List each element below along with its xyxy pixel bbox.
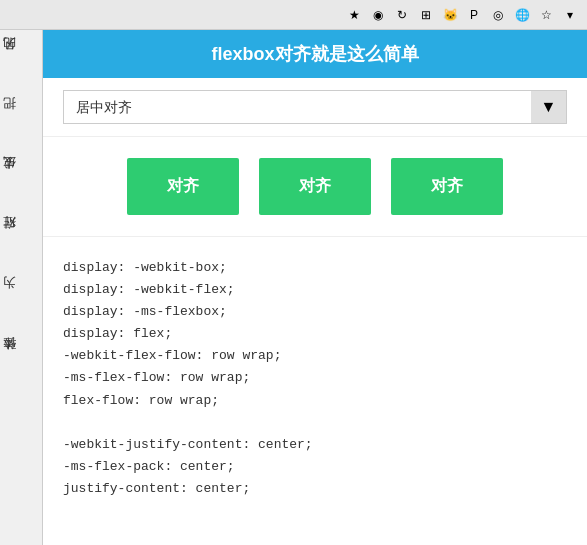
- controls-area: 居中对齐 左对齐 右对齐 两端对齐 均匀分布 ▼: [43, 78, 587, 137]
- main-content: flexbox对齐就是这么简单 居中对齐 左对齐 右对齐 两端对齐 均匀分布 ▼…: [42, 30, 587, 545]
- qr-icon[interactable]: ⊞: [417, 6, 435, 24]
- cat-icon[interactable]: 🐱: [441, 6, 459, 24]
- browser-toolbar: ★ ◉ ↻ ⊞ 🐱 P ◎ 🌐 ☆ ▾: [345, 6, 579, 24]
- code-block: display: -webkit-box; display: -webkit-f…: [63, 257, 567, 500]
- browser-chrome: ★ ◉ ↻ ⊞ 🐱 P ◎ 🌐 ☆ ▾: [0, 0, 587, 30]
- sidebar: 见的 把 生成 症对 为 体验: [0, 30, 42, 545]
- bookmark-icon[interactable]: ☆: [537, 6, 555, 24]
- pocket-icon[interactable]: P: [465, 6, 483, 24]
- demo-box-1[interactable]: 对齐: [127, 158, 239, 215]
- menu-icon[interactable]: ▾: [561, 6, 579, 24]
- translate-icon[interactable]: ↻: [393, 6, 411, 24]
- demo-box-3[interactable]: 对齐: [391, 158, 503, 215]
- dropdown-container: 居中对齐 左对齐 右对齐 两端对齐 均匀分布 ▼: [63, 90, 567, 124]
- vivaldi-icon[interactable]: ◎: [489, 6, 507, 24]
- page-header: flexbox对齐就是这么简单: [43, 30, 587, 78]
- globe-icon[interactable]: 🌐: [513, 6, 531, 24]
- page-title: flexbox对齐就是这么简单: [211, 44, 418, 64]
- demo-area: 对齐 对齐 对齐: [43, 137, 587, 237]
- star-icon[interactable]: ★: [345, 6, 363, 24]
- code-area: display: -webkit-box; display: -webkit-f…: [43, 237, 587, 545]
- alignment-dropdown[interactable]: 居中对齐 左对齐 右对齐 两端对齐 均匀分布: [63, 90, 567, 124]
- demo-box-2[interactable]: 对齐: [259, 158, 371, 215]
- opera-icon[interactable]: ◉: [369, 6, 387, 24]
